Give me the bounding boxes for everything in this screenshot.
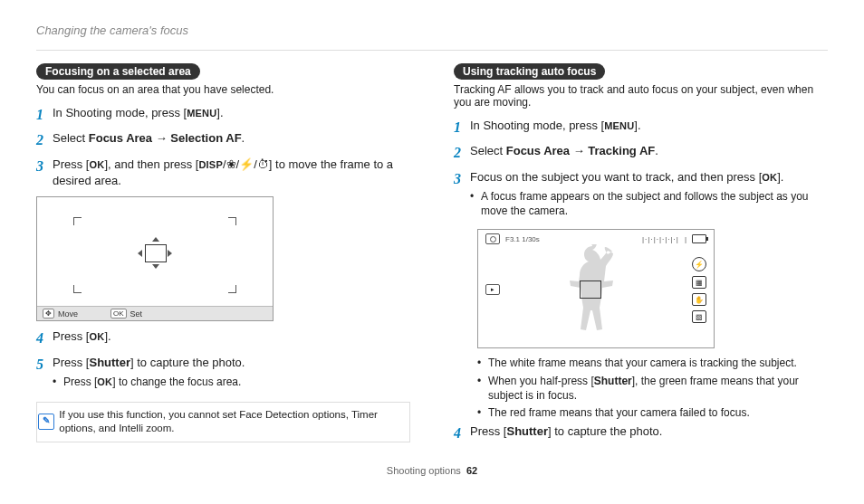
battery-icon (692, 234, 706, 243)
size-icon: ▦ (692, 276, 706, 289)
tracking-af-screen: F3.1 1/30s |·|·|·|·|·|·| | ▸ ⚡ ▦ ✋ ▧ (477, 229, 715, 348)
flash-icon: ⚡ (239, 157, 254, 171)
ok-key: OK (89, 159, 104, 170)
section-badge-right: Using tracking auto focus (454, 63, 605, 80)
flash-mode-icon: ⚡ (692, 257, 706, 271)
left-step-3: Press [OK], and then press [DISP/❀/⚡/⏱] … (53, 157, 410, 189)
left-step-1: In Shooting mode, press [MENU]. (53, 105, 410, 121)
right-step-1: In Shooting mode, press [MENU]. (470, 118, 828, 134)
left-column: Focusing on a selected area You can focu… (36, 63, 410, 449)
selection-af-screen: ✥Move OKSet (36, 196, 274, 321)
storage-icon: ▧ (692, 310, 706, 323)
page-footer: Shooting options 62 (36, 465, 828, 476)
right-bullet-2: When you half-press [Shutter], the green… (477, 374, 828, 403)
right-step-4: Press [Shutter] to capture the photo. (470, 423, 828, 440)
right-step-3: Focus on the subject you want to track, … (470, 169, 828, 223)
right-step-2: Select Focus Area → Tracking AF. (470, 143, 828, 159)
page-header: Changing the camera's focus (36, 24, 828, 37)
right-column: Using tracking auto focus Tracking AF al… (454, 63, 828, 449)
nav-key-icon: ✥ (43, 309, 54, 319)
focus-frame (145, 244, 167, 262)
right-intro: Tracking AF allows you to track and auto… (454, 83, 828, 109)
bar-set: Set (130, 309, 143, 319)
left-step-5-sub: Press [OK] to change the focus area. (53, 375, 410, 389)
left-step-2: Select Focus Area → Selection AF. (53, 130, 410, 147)
left-intro: You can focus on an area that you have s… (36, 83, 410, 96)
left-step-5: Press [Shutter] to capture the photo. Pr… (53, 355, 410, 393)
menu-key: MENU (187, 108, 216, 119)
timer-icon: ⏱ (257, 157, 269, 171)
info-box: ✎ If you use this function, you cannot s… (36, 402, 410, 442)
osd-exposure: F3.1 1/30s (505, 235, 540, 243)
playback-icon: ▸ (485, 284, 500, 295)
ok-key-icon: OK (110, 309, 127, 319)
right-bullet-3: The red frame means that your camera fai… (477, 405, 828, 420)
macro-icon: ❀ (226, 157, 236, 171)
section-badge-left: Focusing on a selected area (36, 63, 200, 80)
stabilizer-icon: ✋ (692, 293, 706, 306)
divider (36, 50, 828, 51)
right-bullet-1: The white frame means that your camera i… (477, 356, 828, 370)
left-step-4: Press [OK]. (53, 328, 410, 345)
disp-key: DISP (198, 159, 222, 170)
camera-mode-icon (485, 233, 500, 244)
bar-move: Move (58, 309, 78, 319)
info-text: If you use this function, you cannot set… (55, 403, 409, 442)
note-icon: ✎ (38, 414, 54, 430)
tracking-frame (580, 281, 601, 299)
exposure-scale-icon: |·|·|·|·|·|·| (642, 235, 679, 243)
right-step-3-sub: A focus frame appears on the subject and… (470, 189, 828, 218)
